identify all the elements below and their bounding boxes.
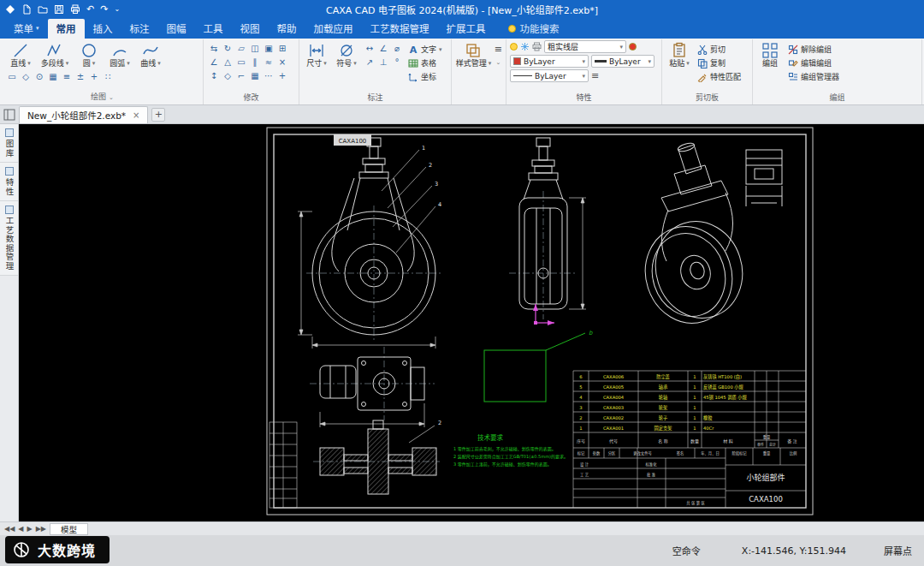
tab-load-app[interactable]: 加载应用	[305, 19, 362, 39]
model-tab[interactable]: 模型	[50, 523, 88, 535]
tool-icon[interactable]: ⊙	[33, 70, 46, 84]
tool-icon[interactable]: ∥	[248, 56, 262, 69]
layer-select[interactable]: 粗实线层▾	[544, 40, 626, 53]
snap-mode[interactable]: 屏幕点	[884, 544, 912, 557]
tool-icon[interactable]: ⊥	[376, 56, 390, 69]
tab-insert[interactable]: 插入	[85, 19, 121, 39]
properties-more-icon[interactable]: ≡	[591, 70, 599, 82]
tab-help[interactable]: 帮助	[269, 19, 305, 39]
open-file-icon[interactable]	[38, 4, 48, 15]
edit-group-button[interactable]: 编辑编组	[786, 57, 841, 69]
print-icon[interactable]	[70, 4, 80, 15]
group-button[interactable]: 编组	[756, 40, 784, 69]
tool-icon[interactable]: ▱	[234, 42, 248, 56]
drawing-canvas[interactable]: CAXA100	[19, 124, 924, 521]
new-tab-button[interactable]: +	[151, 108, 165, 122]
layer-print-icon[interactable]	[532, 42, 542, 51]
function-search[interactable]: 功能搜索	[508, 21, 560, 39]
document-tab[interactable]: New_小轮组部件2.exb* ×	[19, 106, 148, 123]
tab-home[interactable]: 常用	[48, 19, 85, 39]
tool-icon[interactable]: ∷	[101, 70, 115, 84]
tool-icon[interactable]: ⌀	[390, 42, 404, 56]
tab-tools[interactable]: 工具	[195, 19, 232, 39]
tool-icon[interactable]: ⋯	[262, 69, 275, 83]
tool-icon[interactable]: ▦	[46, 70, 60, 84]
color-select[interactable]: ByLayer▾	[510, 55, 589, 68]
tool-icon[interactable]: ⇆	[207, 42, 221, 56]
save-icon[interactable]	[54, 4, 64, 15]
table-tool-button[interactable]: 表格	[406, 57, 444, 69]
tool-icon[interactable]: △	[221, 56, 234, 69]
tool-icon[interactable]: ↕	[207, 69, 221, 83]
tool-icon[interactable]: ◇	[221, 69, 234, 83]
dimension-button[interactable]: 尺寸▾	[303, 40, 330, 69]
layer-on-icon[interactable]	[510, 43, 518, 51]
current-color-icon[interactable]	[629, 43, 637, 51]
panel-toggle-icon[interactable]	[3, 109, 15, 121]
tool-icon[interactable]: ↻	[221, 42, 234, 56]
ungroup-button[interactable]: 解除编组	[786, 43, 841, 56]
undo-icon[interactable]: ↶	[86, 4, 94, 15]
match-properties-button[interactable]: 特性匹配	[696, 70, 743, 83]
tool-icon[interactable]: ∠	[376, 42, 390, 56]
tool-icon[interactable]: ▭	[5, 70, 19, 84]
svg-text:灰铸铁 HT100 (白): 灰铸铁 HT100 (白)	[703, 373, 742, 380]
tool-icon[interactable]: ⊞	[275, 42, 289, 56]
next-sheet-icon[interactable]: ▶	[27, 525, 32, 533]
linetype-select[interactable]: ByLayer▾	[510, 69, 589, 82]
tool-icon[interactable]: °	[390, 56, 404, 69]
side-tab-library[interactable]: 图库	[0, 124, 18, 163]
svg-text:1: 1	[693, 415, 696, 420]
cut-button[interactable]: 剪切	[696, 43, 743, 56]
tool-icon[interactable]: ▣	[262, 42, 275, 56]
text-tool-button[interactable]: A 文字▾	[406, 43, 444, 56]
paste-button[interactable]: 粘贴▾	[666, 40, 693, 69]
tool-icon[interactable]: ↗	[363, 56, 376, 69]
tab-extended-tools[interactable]: 扩展工具	[438, 19, 495, 39]
tool-icon[interactable]: +	[87, 70, 101, 84]
svg-text:40Cr: 40Cr	[703, 426, 714, 431]
tool-icon[interactable]: ±	[74, 70, 87, 84]
tool-icon[interactable]: ×	[275, 56, 289, 69]
menu-button[interactable]: 菜单▾	[5, 19, 48, 39]
style-expand-icon[interactable]: ⌄	[495, 59, 502, 66]
arc-tool-button[interactable]: 圆弧▾	[104, 40, 135, 69]
tool-icon[interactable]: ∠	[207, 56, 221, 69]
tool-icon[interactable]: ≡	[60, 70, 74, 84]
tool-icon[interactable]: ◇	[19, 70, 33, 84]
close-tab-icon[interactable]: ×	[133, 110, 139, 120]
spline-tool-button[interactable]: 曲线▾	[135, 40, 166, 69]
symbol-button[interactable]: 符号▾	[333, 40, 360, 69]
layer-freeze-icon[interactable]	[520, 42, 530, 51]
tool-icon[interactable]: +	[275, 69, 289, 83]
tab-view[interactable]: 视图	[232, 19, 269, 39]
tab-process-data[interactable]: 工艺数据管理	[362, 19, 438, 39]
side-tab-properties[interactable]: 特性	[0, 163, 18, 201]
side-tab-process-data[interactable]: 工艺数据管理	[0, 201, 18, 276]
tool-icon[interactable]: ≈	[262, 56, 275, 69]
list-view-icon[interactable]: ≡	[495, 44, 502, 56]
tab-annotate[interactable]: 标注	[121, 19, 158, 39]
line-tool-button[interactable]: 直线▾	[5, 40, 36, 69]
new-file-icon[interactable]	[21, 4, 32, 15]
tool-icon[interactable]: ▭	[234, 56, 248, 69]
redo-icon[interactable]: ↷	[100, 4, 108, 15]
copy-button[interactable]: 复制	[696, 57, 743, 69]
model-bar: ◀◀ ◀ ▶ ▶▶ 模型	[0, 521, 924, 535]
quick-access-customize-icon[interactable]: ⌄	[114, 4, 120, 15]
group-manager-icon	[788, 72, 798, 82]
style-manager-button[interactable]: 样式管理▾	[455, 40, 492, 69]
tool-icon[interactable]: ⌐	[234, 69, 248, 83]
circle-tool-button[interactable]: 圆▾	[74, 40, 104, 69]
tool-icon[interactable]: ↔	[363, 42, 376, 56]
tool-icon[interactable]: ▦	[248, 69, 262, 83]
tab-sheet[interactable]: 图幅	[158, 19, 195, 39]
first-sheet-icon[interactable]: ◀◀	[4, 525, 15, 533]
polyline-tool-button[interactable]: 多段线▾	[36, 40, 74, 69]
group-manager-button[interactable]: 编组管理器	[786, 70, 841, 83]
tool-icon[interactable]: ◫	[248, 42, 262, 56]
last-sheet-icon[interactable]: ▶▶	[36, 525, 46, 533]
lineweight-select[interactable]: ByLayer▾	[591, 55, 654, 68]
prev-sheet-icon[interactable]: ◀	[18, 525, 23, 533]
coordinate-tool-button[interactable]: 坐标	[406, 70, 444, 83]
